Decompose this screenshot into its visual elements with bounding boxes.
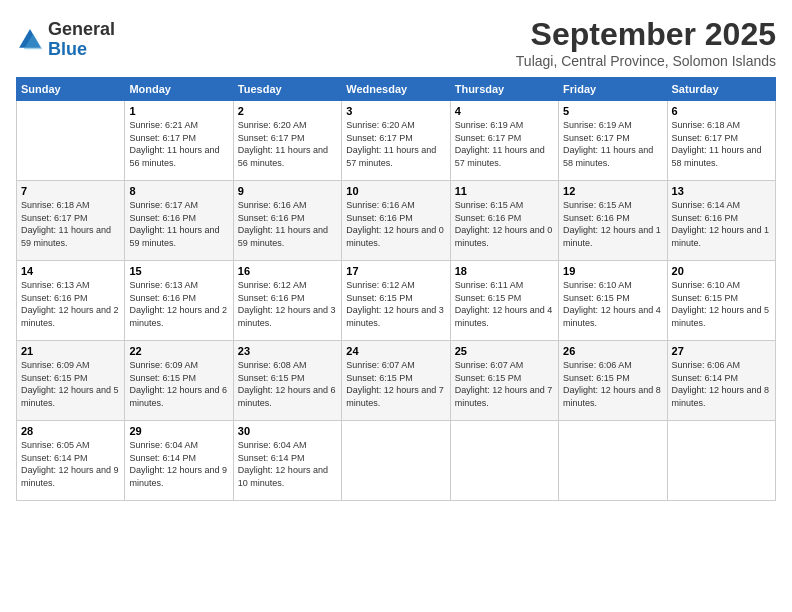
- calendar-cell: 22Sunrise: 6:09 AMSunset: 6:15 PMDayligh…: [125, 341, 233, 421]
- day-info: Sunrise: 6:09 AMSunset: 6:15 PMDaylight:…: [21, 359, 120, 409]
- day-number: 15: [129, 265, 228, 277]
- day-info: Sunrise: 6:10 AMSunset: 6:15 PMDaylight:…: [563, 279, 662, 329]
- day-info: Sunrise: 6:06 AMSunset: 6:15 PMDaylight:…: [563, 359, 662, 409]
- day-number: 28: [21, 425, 120, 437]
- day-number: 17: [346, 265, 445, 277]
- day-number: 8: [129, 185, 228, 197]
- weekday-header-tuesday: Tuesday: [233, 78, 341, 101]
- calendar-cell: 3Sunrise: 6:20 AMSunset: 6:17 PMDaylight…: [342, 101, 450, 181]
- calendar-cell: [342, 421, 450, 501]
- day-number: 4: [455, 105, 554, 117]
- calendar-cell: [559, 421, 667, 501]
- weekday-header-saturday: Saturday: [667, 78, 775, 101]
- logo-general: General: [48, 19, 115, 39]
- week-row-0: 1Sunrise: 6:21 AMSunset: 6:17 PMDaylight…: [17, 101, 776, 181]
- page-header: General Blue September 2025 Tulagi, Cent…: [16, 16, 776, 69]
- calendar-cell: 8Sunrise: 6:17 AMSunset: 6:16 PMDaylight…: [125, 181, 233, 261]
- calendar-cell: 29Sunrise: 6:04 AMSunset: 6:14 PMDayligh…: [125, 421, 233, 501]
- day-info: Sunrise: 6:10 AMSunset: 6:15 PMDaylight:…: [672, 279, 771, 329]
- day-info: Sunrise: 6:16 AMSunset: 6:16 PMDaylight:…: [346, 199, 445, 249]
- day-number: 21: [21, 345, 120, 357]
- day-info: Sunrise: 6:11 AMSunset: 6:15 PMDaylight:…: [455, 279, 554, 329]
- day-number: 26: [563, 345, 662, 357]
- day-number: 9: [238, 185, 337, 197]
- day-number: 24: [346, 345, 445, 357]
- calendar-cell: 20Sunrise: 6:10 AMSunset: 6:15 PMDayligh…: [667, 261, 775, 341]
- day-number: 3: [346, 105, 445, 117]
- logo: General Blue: [16, 20, 115, 60]
- weekday-header-wednesday: Wednesday: [342, 78, 450, 101]
- day-info: Sunrise: 6:20 AMSunset: 6:17 PMDaylight:…: [238, 119, 337, 169]
- day-info: Sunrise: 6:04 AMSunset: 6:14 PMDaylight:…: [238, 439, 337, 489]
- calendar-cell: 9Sunrise: 6:16 AMSunset: 6:16 PMDaylight…: [233, 181, 341, 261]
- calendar-cell: 14Sunrise: 6:13 AMSunset: 6:16 PMDayligh…: [17, 261, 125, 341]
- week-row-1: 7Sunrise: 6:18 AMSunset: 6:17 PMDaylight…: [17, 181, 776, 261]
- calendar-cell: 6Sunrise: 6:18 AMSunset: 6:17 PMDaylight…: [667, 101, 775, 181]
- logo-icon: [16, 26, 44, 54]
- day-number: 14: [21, 265, 120, 277]
- day-info: Sunrise: 6:18 AMSunset: 6:17 PMDaylight:…: [21, 199, 120, 249]
- day-info: Sunrise: 6:17 AMSunset: 6:16 PMDaylight:…: [129, 199, 228, 249]
- day-number: 16: [238, 265, 337, 277]
- location-subtitle: Tulagi, Central Province, Solomon Island…: [516, 53, 776, 69]
- week-row-4: 28Sunrise: 6:05 AMSunset: 6:14 PMDayligh…: [17, 421, 776, 501]
- day-info: Sunrise: 6:06 AMSunset: 6:14 PMDaylight:…: [672, 359, 771, 409]
- calendar-cell: 26Sunrise: 6:06 AMSunset: 6:15 PMDayligh…: [559, 341, 667, 421]
- calendar-cell: 5Sunrise: 6:19 AMSunset: 6:17 PMDaylight…: [559, 101, 667, 181]
- calendar-cell: 15Sunrise: 6:13 AMSunset: 6:16 PMDayligh…: [125, 261, 233, 341]
- day-info: Sunrise: 6:13 AMSunset: 6:16 PMDaylight:…: [21, 279, 120, 329]
- calendar-cell: 12Sunrise: 6:15 AMSunset: 6:16 PMDayligh…: [559, 181, 667, 261]
- calendar-cell: 25Sunrise: 6:07 AMSunset: 6:15 PMDayligh…: [450, 341, 558, 421]
- calendar-cell: 11Sunrise: 6:15 AMSunset: 6:16 PMDayligh…: [450, 181, 558, 261]
- day-number: 11: [455, 185, 554, 197]
- calendar-table: SundayMondayTuesdayWednesdayThursdayFrid…: [16, 77, 776, 501]
- calendar-cell: [667, 421, 775, 501]
- day-info: Sunrise: 6:09 AMSunset: 6:15 PMDaylight:…: [129, 359, 228, 409]
- day-info: Sunrise: 6:07 AMSunset: 6:15 PMDaylight:…: [346, 359, 445, 409]
- calendar-cell: 4Sunrise: 6:19 AMSunset: 6:17 PMDaylight…: [450, 101, 558, 181]
- day-number: 12: [563, 185, 662, 197]
- day-number: 6: [672, 105, 771, 117]
- weekday-header-monday: Monday: [125, 78, 233, 101]
- logo-blue: Blue: [48, 39, 87, 59]
- calendar-cell: 18Sunrise: 6:11 AMSunset: 6:15 PMDayligh…: [450, 261, 558, 341]
- day-number: 30: [238, 425, 337, 437]
- week-row-3: 21Sunrise: 6:09 AMSunset: 6:15 PMDayligh…: [17, 341, 776, 421]
- calendar-cell: 28Sunrise: 6:05 AMSunset: 6:14 PMDayligh…: [17, 421, 125, 501]
- day-number: 22: [129, 345, 228, 357]
- week-row-2: 14Sunrise: 6:13 AMSunset: 6:16 PMDayligh…: [17, 261, 776, 341]
- calendar-cell: 2Sunrise: 6:20 AMSunset: 6:17 PMDaylight…: [233, 101, 341, 181]
- day-number: 18: [455, 265, 554, 277]
- day-info: Sunrise: 6:19 AMSunset: 6:17 PMDaylight:…: [455, 119, 554, 169]
- calendar-cell: 27Sunrise: 6:06 AMSunset: 6:14 PMDayligh…: [667, 341, 775, 421]
- calendar-cell: 23Sunrise: 6:08 AMSunset: 6:15 PMDayligh…: [233, 341, 341, 421]
- calendar-cell: 10Sunrise: 6:16 AMSunset: 6:16 PMDayligh…: [342, 181, 450, 261]
- day-info: Sunrise: 6:13 AMSunset: 6:16 PMDaylight:…: [129, 279, 228, 329]
- day-number: 10: [346, 185, 445, 197]
- day-number: 23: [238, 345, 337, 357]
- calendar-cell: 21Sunrise: 6:09 AMSunset: 6:15 PMDayligh…: [17, 341, 125, 421]
- calendar-cell: [17, 101, 125, 181]
- day-info: Sunrise: 6:05 AMSunset: 6:14 PMDaylight:…: [21, 439, 120, 489]
- day-number: 5: [563, 105, 662, 117]
- day-info: Sunrise: 6:15 AMSunset: 6:16 PMDaylight:…: [455, 199, 554, 249]
- day-info: Sunrise: 6:18 AMSunset: 6:17 PMDaylight:…: [672, 119, 771, 169]
- day-number: 29: [129, 425, 228, 437]
- calendar-cell: 16Sunrise: 6:12 AMSunset: 6:16 PMDayligh…: [233, 261, 341, 341]
- weekday-header-row: SundayMondayTuesdayWednesdayThursdayFrid…: [17, 78, 776, 101]
- day-info: Sunrise: 6:21 AMSunset: 6:17 PMDaylight:…: [129, 119, 228, 169]
- month-title: September 2025: [516, 16, 776, 53]
- day-number: 20: [672, 265, 771, 277]
- day-info: Sunrise: 6:08 AMSunset: 6:15 PMDaylight:…: [238, 359, 337, 409]
- calendar-cell: 1Sunrise: 6:21 AMSunset: 6:17 PMDaylight…: [125, 101, 233, 181]
- day-number: 13: [672, 185, 771, 197]
- calendar-cell: [450, 421, 558, 501]
- calendar-cell: 13Sunrise: 6:14 AMSunset: 6:16 PMDayligh…: [667, 181, 775, 261]
- day-number: 19: [563, 265, 662, 277]
- day-number: 27: [672, 345, 771, 357]
- calendar-cell: 7Sunrise: 6:18 AMSunset: 6:17 PMDaylight…: [17, 181, 125, 261]
- day-info: Sunrise: 6:12 AMSunset: 6:16 PMDaylight:…: [238, 279, 337, 329]
- day-info: Sunrise: 6:15 AMSunset: 6:16 PMDaylight:…: [563, 199, 662, 249]
- weekday-header-friday: Friday: [559, 78, 667, 101]
- day-info: Sunrise: 6:16 AMSunset: 6:16 PMDaylight:…: [238, 199, 337, 249]
